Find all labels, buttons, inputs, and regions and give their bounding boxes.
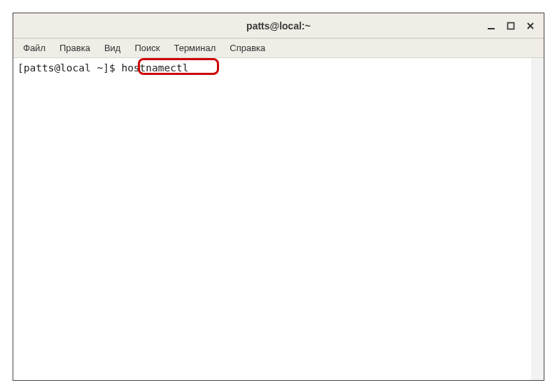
minimize-button[interactable]	[482, 18, 500, 34]
menu-search[interactable]: Поиск	[129, 40, 165, 56]
window-title: patts@local:~	[13, 20, 544, 31]
svg-rect-0	[488, 28, 495, 29]
menu-edit[interactable]: Правка	[54, 40, 96, 56]
menu-view[interactable]: Вид	[99, 40, 127, 56]
menubar: Файл Правка Вид Поиск Терминал Справка	[13, 38, 544, 58]
prompt-text: [patts@local ~]$	[17, 62, 121, 74]
terminal-area[interactable]: [patts@local ~]$ hostnamectl	[13, 58, 544, 380]
maximize-button[interactable]	[502, 18, 520, 34]
menu-help[interactable]: Справка	[224, 40, 271, 56]
close-button[interactable]	[521, 18, 540, 34]
menu-file[interactable]: Файл	[17, 40, 51, 56]
terminal-window: patts@local:~ Файл Правка Вид Поиск Терм…	[13, 13, 544, 381]
command-text: hostnamectl	[121, 62, 188, 74]
menu-terminal[interactable]: Терминал	[168, 40, 221, 56]
titlebar: patts@local:~	[13, 13, 544, 38]
svg-rect-1	[508, 22, 514, 29]
scrollbar[interactable]	[531, 58, 544, 380]
window-controls	[482, 18, 540, 34]
